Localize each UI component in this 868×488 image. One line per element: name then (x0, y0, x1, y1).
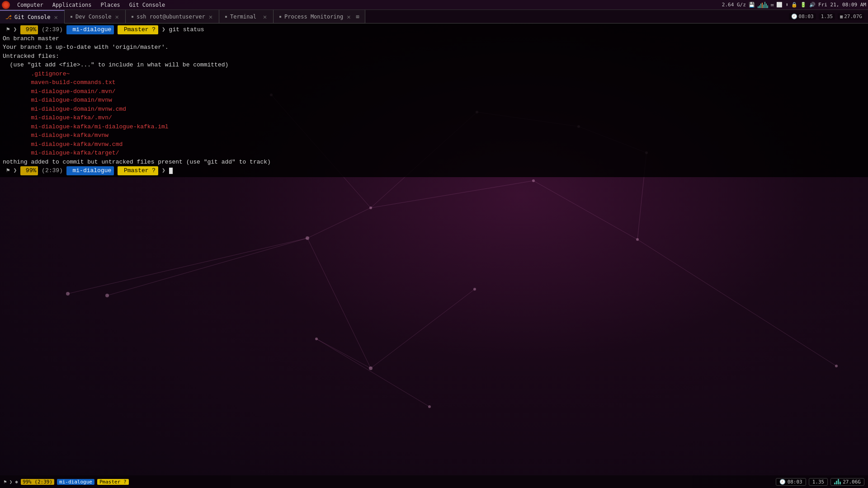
bottom-mem-pill: 27.06G (830, 478, 864, 486)
dev-console-icon: ▪ (70, 14, 73, 19)
mail-icon[interactable]: ✉ (771, 2, 774, 8)
bottom-mem: 27.06G (843, 479, 861, 485)
tab-process-monitoring-close[interactable]: ✕ (346, 13, 351, 20)
tab-terminal-label: Terminal (230, 14, 256, 20)
mem-value: 27.07G (844, 14, 862, 19)
terminal-line: mi-dialogue-kafka/.mvn/ (3, 113, 865, 122)
terminal-line: mi-dialogue-kafka/target/ (3, 149, 865, 158)
terminal-output: On branch masterYour branch is up-to-dat… (3, 34, 865, 167)
menu-applications[interactable]: Applications (49, 0, 95, 10)
tab-terminal[interactable]: ▪ Terminal ✕ (219, 10, 274, 23)
terminal-line: Your branch is up-to-date with 'origin/m… (3, 43, 865, 52)
terminal-line: mi-dialogue-kafka/mvnw.cmd (3, 140, 865, 149)
tab-ssh-label: ssh root@ubuntuserver (137, 14, 205, 20)
expand-icon[interactable]: ⊞ (356, 14, 359, 20)
terminal-line: maven-build-commands.txt (3, 78, 865, 87)
bottom-load: 1.35 (812, 479, 825, 485)
screenshot-icon[interactable]: ⬜ (776, 2, 783, 8)
volume-icon[interactable]: 🔊 (809, 2, 816, 8)
bar7 (766, 4, 767, 8)
bottom-percent: 99% (2:39) (21, 479, 54, 485)
tab-process-monitoring[interactable]: ▪ Process Monitoring ✕ ⊞ (274, 10, 365, 23)
bar1 (758, 6, 759, 8)
tab-right-stats: 🕗 08:03 1.35 ▦ 27.07G (785, 13, 868, 20)
menu-places[interactable]: Places (97, 0, 124, 10)
prompt-percent: 99% (20, 25, 38, 34)
mbar1 (834, 483, 835, 484)
bottom-bell-icon: ⚑ (4, 479, 7, 485)
bar3 (760, 4, 761, 8)
tab-git-console-close[interactable]: ✕ (53, 14, 58, 21)
bottom-mini-bars (834, 479, 841, 484)
tab-git-console[interactable]: ⎇ Git Console ✕ (0, 10, 65, 23)
load-stat: 1.35 (819, 13, 835, 20)
git-console-icon: ⎇ (5, 14, 12, 20)
cur-dir: mi-dialogue (66, 166, 114, 175)
bottom-clock-icon: 🕗 (779, 479, 786, 485)
cur-branch: Pmaster ? (118, 166, 158, 175)
terminal-line: On branch master (3, 34, 865, 43)
lock-icon[interactable]: 🔒 (791, 2, 797, 8)
prompt-time: (2:39) (38, 25, 66, 34)
mbar2 (836, 481, 837, 484)
terminal-line: mi-dialogue-domain/mvnw (3, 96, 865, 105)
mem-stat: ▦ 27.07G (838, 13, 864, 20)
time-value: 08:03 (799, 14, 814, 19)
tab-dev-console-label: Dev Console (75, 14, 111, 20)
clock-icon: 🕗 (791, 14, 797, 19)
tab-dev-console[interactable]: ▪ Dev Console ✕ (65, 10, 126, 23)
cursor (169, 168, 173, 174)
battery-icon: 🔋 (800, 2, 807, 8)
tab-dev-console-close[interactable]: ✕ (114, 13, 119, 20)
mbar3 (838, 479, 839, 484)
process-monitoring-icon: ▪ (279, 14, 282, 19)
menu-git-console[interactable]: Git Console (126, 0, 169, 10)
tab-terminal-close[interactable]: ✕ (262, 13, 268, 20)
menu-computer[interactable]: Computer (14, 0, 47, 10)
tabs-bar: ⎇ Git Console ✕ ▪ Dev Console ✕ ▪ ssh ro… (0, 10, 868, 23)
cur-prompt-icons: ⚑ ❯ (3, 166, 20, 175)
terminal-line: mi-dialogue-domain/mvnw.cmd (3, 105, 865, 114)
terminal-icon: ▪ (225, 14, 227, 19)
tab-ssh-close[interactable]: ✕ (208, 13, 213, 20)
bar4 (762, 3, 763, 8)
terminal-line: mi-dialogue-kafka/mvnw (3, 131, 865, 140)
prompt-branch: Pmaster ? (118, 25, 158, 34)
bottom-load-pill: 1.35 (809, 478, 828, 486)
os-logo (2, 1, 10, 9)
command-text: git status (169, 25, 204, 34)
terminal-line: nothing added to commit but untracked fi… (3, 158, 865, 167)
prompt-prefix: ⚑ ❯ (3, 25, 20, 34)
system-bar: Computer Applications Places Git Console… (0, 0, 868, 10)
bar2 (759, 5, 760, 8)
terminal-line: mi-dialogue-kafka/mi-dialogue-kafka.iml (3, 122, 865, 131)
terminal-area[interactable]: ⚑ ❯ 99% (2:39) mi-dialogue Pmaster ? ❯ g… (0, 23, 868, 177)
bar6 (764, 2, 765, 8)
bar8 (767, 5, 768, 8)
tab-git-console-label: Git Console (14, 14, 50, 20)
ssh-icon: ▪ (131, 14, 134, 19)
network-speed-value: 2.64 G/z (722, 2, 746, 8)
tab-ssh[interactable]: ▪ ssh root@ubuntuserver ✕ (126, 10, 219, 23)
cur-time: (2:39) (38, 166, 66, 175)
cur-sep (114, 166, 118, 175)
mbar4 (840, 482, 841, 484)
current-prompt-line: ⚑ ❯ 99% (2:39) mi-dialogue Pmaster ? ❯ (3, 166, 865, 175)
terminal-line: (use "git add <file>..." to include in w… (3, 61, 865, 70)
bar5 (763, 5, 764, 8)
bottom-time-pill: 🕗 08:03 (776, 478, 806, 486)
disk-icon: 💾 (749, 2, 755, 8)
update-icon[interactable]: ⬆ (785, 2, 788, 8)
prompt-sep (114, 25, 118, 34)
prompt-dir: mi-dialogue (66, 25, 114, 34)
cur-percent: 99% (20, 166, 38, 175)
bottom-chevron-icon: ❯ (9, 479, 13, 485)
bottom-dir: mi-dialogue (57, 479, 94, 485)
prompt-arrow: ❯ (158, 25, 169, 34)
bottom-branch: Pmaster ? (97, 479, 129, 485)
datetime: Fri 21, 08:09 AM (818, 2, 866, 8)
time-stat: 🕗 08:03 (789, 13, 816, 20)
first-prompt-line: ⚑ ❯ 99% (2:39) mi-dialogue Pmaster ? ❯ g… (3, 25, 865, 34)
terminal-line: .gitignore~ (3, 70, 865, 79)
cur-arrow: ❯ (158, 166, 169, 175)
